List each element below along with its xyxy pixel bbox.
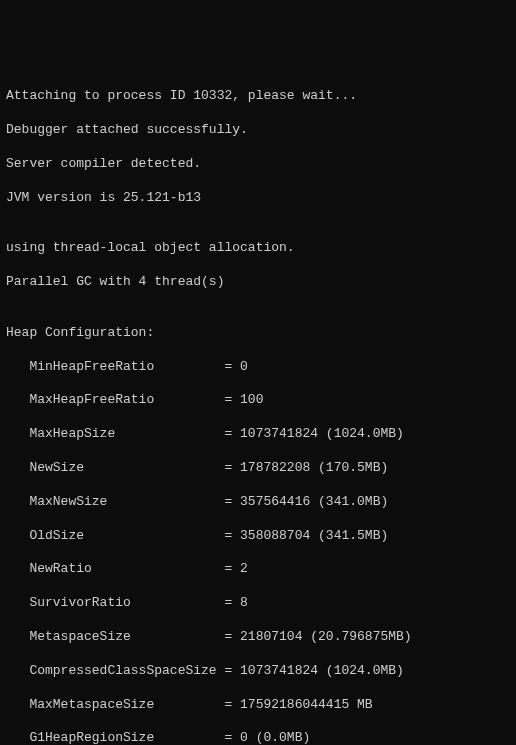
output-line: CompressedClassSpaceSize = 1073741824 (1… — [6, 663, 510, 680]
terminal-output: Attaching to process ID 10332, please wa… — [6, 72, 510, 745]
output-line: MaxNewSize = 357564416 (341.0MB) — [6, 494, 510, 511]
output-line: Server compiler detected. — [6, 156, 510, 173]
output-line: MaxMetaspaceSize = 17592186044415 MB — [6, 697, 510, 714]
output-line: G1HeapRegionSize = 0 (0.0MB) — [6, 730, 510, 745]
output-line: NewSize = 178782208 (170.5MB) — [6, 460, 510, 477]
output-line: Attaching to process ID 10332, please wa… — [6, 88, 510, 105]
output-line: MinHeapFreeRatio = 0 — [6, 359, 510, 376]
output-line: NewRatio = 2 — [6, 561, 510, 578]
output-line: Parallel GC with 4 thread(s) — [6, 274, 510, 291]
output-line: MetaspaceSize = 21807104 (20.796875MB) — [6, 629, 510, 646]
output-line: Heap Configuration: — [6, 325, 510, 342]
output-line: MaxHeapSize = 1073741824 (1024.0MB) — [6, 426, 510, 443]
output-line: Debugger attached successfully. — [6, 122, 510, 139]
output-line: SurvivorRatio = 8 — [6, 595, 510, 612]
output-line: OldSize = 358088704 (341.5MB) — [6, 528, 510, 545]
output-line: JVM version is 25.121-b13 — [6, 190, 510, 207]
output-line: using thread-local object allocation. — [6, 240, 510, 257]
output-line: MaxHeapFreeRatio = 100 — [6, 392, 510, 409]
